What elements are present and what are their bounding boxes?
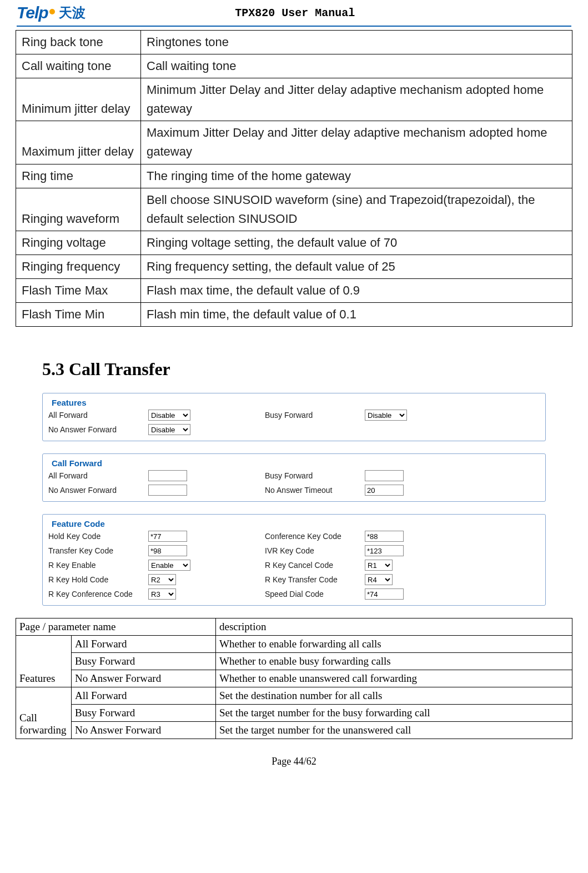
table-row: Ringing frequencyRing frequency setting,… <box>16 255 572 278</box>
param-name: Ringing voltage <box>16 231 141 255</box>
logo: Telp 天波 <box>17 3 86 22</box>
table-row: Call forwarding All Forward Set the dest… <box>16 687 572 705</box>
call-forward-panel: Call Forward All Forward Busy Forward No… <box>42 453 546 502</box>
param-desc: Flash max time, the default value of 0.9 <box>141 279 572 303</box>
param-name: Ring time <box>16 164 141 188</box>
param-name: Ring back tone <box>16 31 141 54</box>
param-name: Ringing frequency <box>16 255 141 278</box>
table-row: Call waiting toneCall waiting tone <box>16 54 572 78</box>
param-name: Minimum jitter delay <box>16 78 141 121</box>
param-desc: Maximum Jitter Delay and Jitter delay ad… <box>141 121 572 164</box>
table-row: Flash Time MaxFlash max time, the defaul… <box>16 279 572 303</box>
speed-dial-input[interactable] <box>365 588 404 600</box>
rkey-conference-label: R Key Conference Code <box>48 590 148 598</box>
table-row: No Answer Forward Whether to enable unan… <box>16 670 572 687</box>
cf-no-answer-timeout-label: No Answer Timeout <box>265 486 365 495</box>
feature-code-legend: Feature Code <box>49 519 107 528</box>
features-legend: Features <box>49 398 89 407</box>
param-desc: Flash min time, the default value of 0.1 <box>141 303 572 327</box>
param-name: Busy Forward <box>72 653 216 670</box>
cf-all-forward-label: All Forward <box>48 471 148 480</box>
page-footer: Page 44/62 <box>0 756 588 773</box>
param-name: All Forward <box>72 636 216 653</box>
logo-dot-icon <box>49 9 55 14</box>
header-desc: description <box>216 618 572 636</box>
param-name: Ringing waveform <box>16 188 141 231</box>
logo-cn: 天波 <box>59 4 86 22</box>
page-header: Telp 天波 TPX820 User Manual <box>0 0 588 24</box>
call-forward-legend: Call Forward <box>49 458 104 468</box>
descriptions-table: Ring back toneRingtones tone Call waitin… <box>16 30 572 327</box>
busy-forward-select[interactable]: Disable <box>365 410 407 421</box>
header-rule <box>17 26 571 27</box>
rkey-cancel-label: R Key Cancel Code <box>265 561 365 570</box>
rkey-enable-select[interactable]: Enable <box>148 560 190 571</box>
table-row: Ring back toneRingtones tone <box>16 31 572 54</box>
rkey-transfer-label: R Key Transfer Code <box>265 575 365 584</box>
param-desc: Set the target number for the unanswered… <box>216 722 572 739</box>
param-desc: Set the destination number for all calls <box>216 687 572 705</box>
rkey-enable-label: R Key Enable <box>48 561 148 570</box>
busy-forward-label: Busy Forward <box>265 411 365 420</box>
param-name: Call waiting tone <box>16 54 141 78</box>
rkey-conference-select[interactable]: R3 <box>148 588 176 600</box>
ivr-key-label: IVR Key Code <box>265 546 365 555</box>
param-desc: Ring frequency setting, the default valu… <box>141 255 572 278</box>
param-desc: The ringing time of the home gateway <box>141 164 572 188</box>
features-panel: Features All Forward Disable Busy Forwar… <box>42 393 546 441</box>
table-row: Maximum jitter delayMaximum Jitter Delay… <box>16 121 572 164</box>
doc-title: TPX820 User Manual <box>86 7 571 19</box>
table-row: Minimum jitter delayMinimum Jitter Delay… <box>16 78 572 121</box>
table-row: Flash Time MinFlash min time, the defaul… <box>16 303 572 327</box>
cf-no-answer-forward-input[interactable] <box>148 485 187 496</box>
speed-dial-label: Speed Dial Code <box>265 590 365 598</box>
table-row: Page / parameter name description <box>16 618 572 636</box>
cf-no-answer-timeout-input[interactable] <box>365 485 404 496</box>
section-heading: 5.3 Call Transfer <box>42 359 572 380</box>
conference-key-input[interactable] <box>365 531 404 542</box>
param-name: Flash Time Min <box>16 303 141 327</box>
group-features: Features <box>16 636 72 687</box>
cf-no-answer-forward-label: No Answer Forward <box>48 486 148 495</box>
all-forward-select[interactable]: Disable <box>148 410 190 421</box>
param-desc: Whether to enable forwarding all calls <box>216 636 572 653</box>
all-forward-label: All Forward <box>48 411 148 420</box>
no-answer-forward-label: No Answer Forward <box>48 425 148 434</box>
param-desc: Ringtones tone <box>141 31 572 54</box>
logo-text: Telp <box>17 3 48 22</box>
param-name: No Answer Forward <box>72 722 216 739</box>
ivr-key-input[interactable] <box>365 545 404 556</box>
rkey-hold-select[interactable]: R2 <box>148 574 176 585</box>
table-row: Features All Forward Whether to enable f… <box>16 636 572 653</box>
cf-busy-forward-input[interactable] <box>365 470 404 481</box>
feature-code-panel: Feature Code Hold Key Code Conference Ke… <box>42 514 546 606</box>
param-desc: Set the target number for the busy forwa… <box>216 705 572 722</box>
hold-key-label: Hold Key Code <box>48 532 148 541</box>
table-row: Ringing waveformBell choose SINUSOID wav… <box>16 188 572 231</box>
param-name: All Forward <box>72 687 216 705</box>
table-row: Busy Forward Set the target number for t… <box>16 705 572 722</box>
param-name: Flash Time Max <box>16 279 141 303</box>
header-name: Page / parameter name <box>16 618 216 636</box>
param-name: Maximum jitter delay <box>16 121 141 164</box>
table-row: No Answer Forward Set the target number … <box>16 722 572 739</box>
no-answer-forward-select[interactable]: Disable <box>148 424 190 435</box>
hold-key-input[interactable] <box>148 531 187 542</box>
table-row: Ring timeThe ringing time of the home ga… <box>16 164 572 188</box>
param-desc: Call waiting tone <box>141 54 572 78</box>
param-desc: Whether to enable busy forwarding calls <box>216 653 572 670</box>
cf-all-forward-input[interactable] <box>148 470 187 481</box>
table-row: Ringing voltageRinging voltage setting, … <box>16 231 572 255</box>
transfer-key-label: Transfer Key Code <box>48 546 148 555</box>
rkey-transfer-select[interactable]: R4 <box>365 574 393 585</box>
param-name: Busy Forward <box>72 705 216 722</box>
group-call-forwarding: Call forwarding <box>16 687 72 739</box>
table-row: Busy Forward Whether to enable busy forw… <box>16 653 572 670</box>
param-name: No Answer Forward <box>72 670 216 687</box>
rkey-hold-label: R Key Hold Code <box>48 575 148 584</box>
transfer-key-input[interactable] <box>148 545 187 556</box>
rkey-cancel-select[interactable]: R1 <box>365 560 393 571</box>
param-desc: Minimum Jitter Delay and Jitter delay ad… <box>141 78 572 121</box>
cf-busy-forward-label: Busy Forward <box>265 471 365 480</box>
param-desc: Ringing voltage setting, the default val… <box>141 231 572 255</box>
